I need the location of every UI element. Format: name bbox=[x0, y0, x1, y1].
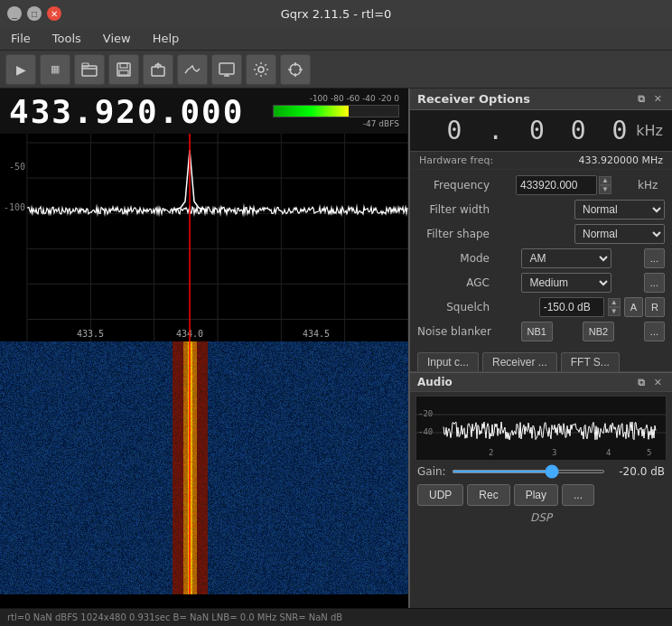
mode-row: Mode AM FM WFM LSB USB CW ... bbox=[417, 248, 665, 268]
menu-view[interactable]: View bbox=[98, 30, 136, 47]
signal-meter: -100 -80 -60 -40 -20 0 -47 dBFS bbox=[273, 94, 399, 128]
waterfall-canvas[interactable] bbox=[0, 341, 408, 608]
tab-fft[interactable]: FFT S... bbox=[561, 352, 620, 371]
hardware-button[interactable]: ▦ bbox=[40, 54, 70, 85]
close-button[interactable]: ✕ bbox=[47, 6, 61, 21]
frequency-input[interactable] bbox=[516, 175, 597, 195]
squelch-auto-button[interactable]: A bbox=[624, 297, 643, 317]
squelch-up-button[interactable]: ▲ bbox=[608, 298, 621, 307]
audio-extra-button[interactable]: ... bbox=[562, 484, 594, 506]
nb2-button[interactable]: NB2 bbox=[583, 322, 614, 341]
squelch-spinner: ▲ ▼ bbox=[608, 298, 621, 316]
restore-icon[interactable]: ⧉ bbox=[635, 93, 648, 105]
freq-down-button[interactable]: ▼ bbox=[599, 185, 611, 194]
toolbar: ▶ ▦ bbox=[0, 51, 672, 89]
left-panel: 433.920.000 -100 -80 -60 -40 -20 0 -47 d… bbox=[0, 89, 408, 608]
mode-extra-button[interactable]: ... bbox=[644, 248, 665, 268]
display-button[interactable] bbox=[211, 54, 242, 85]
freq-readout: 0 . 0 0 0 kHz bbox=[410, 110, 672, 152]
menu-bar: File Tools View Help bbox=[0, 27, 672, 51]
play-audio-button[interactable]: Play bbox=[514, 484, 558, 506]
mode-label: Mode bbox=[417, 252, 490, 265]
filter-width-label: Filter width bbox=[417, 203, 490, 216]
menu-tools[interactable]: Tools bbox=[47, 30, 87, 47]
squelch-wrap: ▲ ▼ A R bbox=[539, 297, 665, 317]
window-title: Gqrx 2.11.5 - rtl=0 bbox=[61, 7, 611, 21]
options-grid: Frequency ▲ ▼ kHz Filter width Normal Na… bbox=[410, 170, 672, 347]
title-bar: _ □ ✕ Gqrx 2.11.5 - rtl=0 bbox=[0, 0, 672, 27]
maximize-button[interactable]: □ bbox=[27, 6, 42, 21]
header-icons: ⧉ ✕ bbox=[635, 93, 665, 105]
agc-extra-button[interactable]: ... bbox=[644, 273, 665, 293]
hw-freq-row: Hardware freq: 433.920000 MHz bbox=[410, 152, 672, 170]
waterfall-plot bbox=[0, 341, 408, 594]
tabs-row: Input c... Receiver ... FFT S... bbox=[410, 347, 672, 372]
menu-file[interactable]: File bbox=[5, 30, 36, 47]
gain-value: -20.0 dB bbox=[611, 465, 665, 478]
spectrum-plot bbox=[0, 134, 408, 341]
frequency-spinner: ▲ ▼ bbox=[599, 176, 611, 194]
nb-extra-button[interactable]: ... bbox=[644, 322, 665, 341]
frequency-input-wrap: ▲ ▼ bbox=[516, 175, 611, 195]
meter-scale: -100 -80 -60 -40 -20 0 bbox=[310, 94, 399, 103]
squelch-down-button[interactable]: ▼ bbox=[608, 307, 621, 316]
open-button[interactable] bbox=[74, 54, 105, 85]
crosshair-button[interactable] bbox=[280, 54, 311, 85]
gain-label: Gain: bbox=[417, 465, 446, 478]
audio-restore-icon[interactable]: ⧉ bbox=[635, 377, 648, 388]
status-bar: rtl=0 NaN dBFS 1024x480 0.931sec B= NaN … bbox=[0, 608, 672, 626]
filter-width-row: Filter width Normal Narrow Wide User bbox=[417, 200, 665, 220]
close-panel-icon[interactable]: ✕ bbox=[651, 93, 665, 105]
minimize-button[interactable]: _ bbox=[7, 6, 22, 21]
right-panel: Receiver Options ⧉ ✕ 0 . 0 0 0 kHz Hardw… bbox=[408, 89, 672, 608]
squelch-input[interactable] bbox=[539, 297, 604, 317]
filter-shape-select[interactable]: Normal Soft Sharp bbox=[574, 224, 665, 244]
squelch-label: Squelch bbox=[417, 301, 490, 313]
squelch-row: Squelch ▲ ▼ A R bbox=[417, 297, 665, 317]
filter-shape-label: Filter shape bbox=[417, 228, 490, 240]
frequency-display: 433.920.000 -100 -80 -60 -40 -20 0 -47 d… bbox=[0, 89, 408, 134]
play-button[interactable]: ▶ bbox=[5, 54, 36, 85]
squelch-reset-button[interactable]: R bbox=[645, 297, 665, 317]
status-text: rtl=0 NaN dBFS 1024x480 0.931sec B= NaN … bbox=[7, 612, 342, 622]
svg-rect-6 bbox=[219, 63, 234, 74]
tab-receiver[interactable]: Receiver ... bbox=[482, 352, 557, 371]
receiver-options-header: Receiver Options ⧉ ✕ bbox=[410, 89, 672, 110]
svg-rect-0 bbox=[82, 66, 97, 76]
spectrum-button[interactable] bbox=[177, 54, 208, 85]
audio-panel: Audio ⧉ ✕ Gain: -20.0 dB UDP Rec Play ..… bbox=[410, 372, 672, 608]
audio-buttons: UDP Rec Play ... bbox=[410, 481, 672, 509]
tab-input[interactable]: Input c... bbox=[417, 352, 479, 371]
gain-slider[interactable] bbox=[452, 470, 605, 473]
audio-close-icon[interactable]: ✕ bbox=[651, 377, 665, 388]
audio-dsp-label: DSP bbox=[410, 509, 672, 526]
frequency-label: Frequency bbox=[417, 179, 490, 192]
settings-button[interactable] bbox=[246, 54, 276, 85]
freq-readout-unit: kHz bbox=[636, 122, 663, 139]
freq-up-button[interactable]: ▲ bbox=[599, 176, 611, 185]
hw-freq-value: 433.920000 MHz bbox=[578, 154, 663, 166]
agc-row: AGC Medium Fast Slow Off ... bbox=[417, 273, 665, 293]
export-button[interactable] bbox=[143, 54, 173, 85]
mode-select[interactable]: AM FM WFM LSB USB CW bbox=[521, 248, 611, 268]
menu-help[interactable]: Help bbox=[147, 30, 185, 47]
main-area: 433.920.000 -100 -80 -60 -40 -20 0 -47 d… bbox=[0, 89, 672, 608]
agc-select[interactable]: Medium Fast Slow Off bbox=[521, 273, 611, 293]
spectrum-canvas[interactable] bbox=[0, 134, 408, 341]
audio-canvas-wrap bbox=[415, 396, 667, 459]
udp-button[interactable]: UDP bbox=[417, 484, 463, 506]
filter-width-select[interactable]: Normal Narrow Wide User bbox=[574, 200, 665, 220]
meter-bar-fill bbox=[274, 106, 349, 117]
audio-plot bbox=[416, 397, 666, 460]
audio-title: Audio bbox=[417, 376, 453, 388]
save-button[interactable] bbox=[108, 54, 139, 85]
rec-button[interactable]: Rec bbox=[467, 484, 509, 506]
filter-shape-row: Filter shape Normal Soft Sharp bbox=[417, 224, 665, 244]
receiver-options-title: Receiver Options bbox=[417, 92, 530, 106]
svg-rect-1 bbox=[82, 63, 89, 67]
hw-freq-label: Hardware freq: bbox=[419, 154, 493, 166]
nb1-button[interactable]: NB1 bbox=[521, 322, 553, 341]
main-frequency: 433.920.000 bbox=[9, 93, 244, 130]
frequency-unit-label: kHz bbox=[638, 179, 665, 192]
meter-bar bbox=[273, 105, 399, 117]
